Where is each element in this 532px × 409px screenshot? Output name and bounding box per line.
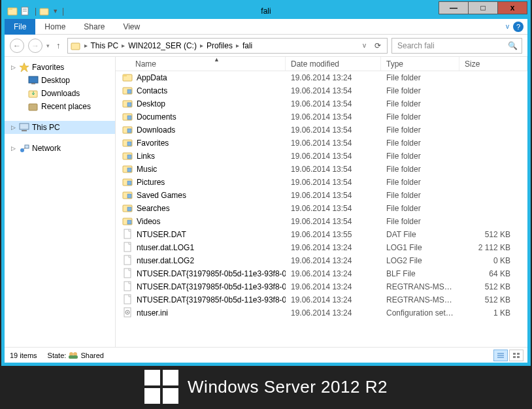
svg-rect-41: [124, 229, 131, 238]
chevron-right-icon[interactable]: ▸: [84, 42, 88, 49]
table-row[interactable]: Pictures19.06.2014 13:54File folder: [116, 176, 527, 189]
view-details-button[interactable]: [493, 350, 508, 361]
qat-dropdown-icon[interactable]: ▼: [52, 8, 58, 14]
svg-rect-59: [513, 356, 516, 358]
table-row[interactable]: Links19.06.2014 13:54File folder: [116, 150, 527, 163]
svg-rect-5: [40, 8, 48, 15]
nav-this-pc[interactable]: ▷ This PC: [5, 121, 115, 134]
nav-item-label: This PC: [32, 123, 60, 132]
col-date[interactable]: Date modified: [286, 57, 381, 71]
table-row[interactable]: Downloads19.06.2014 13:54File folder: [116, 123, 527, 137]
breadcrumb-1[interactable]: WIN2012_SER (C:): [127, 41, 198, 50]
search-box[interactable]: 🔍: [391, 38, 522, 54]
properties-icon[interactable]: [20, 6, 31, 16]
svg-rect-42: [124, 242, 131, 252]
file-list[interactable]: ▲ Name Date modified Type Size AppData19…: [116, 57, 527, 347]
new-folder-icon[interactable]: [39, 6, 50, 16]
back-button[interactable]: ←: [10, 39, 24, 53]
file-tab[interactable]: File: [5, 19, 35, 35]
tab-share[interactable]: Share: [75, 20, 114, 34]
forward-button[interactable]: →: [28, 39, 42, 53]
file-name: Videos: [137, 217, 160, 226]
breadcrumb-root-icon[interactable]: [69, 41, 82, 51]
file-name: Pictures: [137, 178, 165, 187]
file-type: File folder: [381, 191, 459, 200]
refresh-button[interactable]: ⟳: [370, 38, 386, 54]
svg-rect-40: [127, 220, 131, 224]
table-row[interactable]: Contacts19.06.2014 13:54File folder: [116, 84, 527, 97]
file-date: 19.06.2014 13:54: [286, 191, 381, 200]
table-row[interactable]: Favorites19.06.2014 13:54File folder: [116, 137, 527, 150]
svg-rect-1: [8, 8, 12, 10]
chevron-right-icon[interactable]: ▸: [121, 42, 125, 49]
breadcrumb-3[interactable]: fali: [241, 41, 254, 50]
tab-home[interactable]: Home: [35, 20, 75, 34]
col-size[interactable]: Size: [459, 57, 527, 71]
table-row[interactable]: AppData19.06.2014 13:24File folder: [116, 71, 527, 84]
table-row[interactable]: NTUSER.DAT19.06.2014 13:55DAT File512 KB: [116, 228, 527, 241]
file-name: ntuser.dat.LOG1: [137, 243, 194, 252]
svg-rect-58: [517, 353, 520, 355]
nav-network[interactable]: ▷ Network: [5, 142, 115, 155]
nav-desktop[interactable]: Desktop: [5, 74, 115, 87]
address-dropdown-icon[interactable]: v: [362, 42, 369, 49]
table-row[interactable]: NTUSER.DAT{3197985f-0b5d-11e3-93f8-0...1…: [116, 267, 527, 280]
nav-item-label: Recent places: [41, 102, 91, 111]
table-row[interactable]: Desktop19.06.2014 13:54File folder: [116, 97, 527, 110]
state-label: State:: [48, 352, 67, 359]
tab-view[interactable]: View: [114, 20, 149, 34]
svg-rect-30: [127, 155, 131, 159]
file-type: Configuration sett...: [381, 308, 459, 318]
table-row[interactable]: NTUSER.DAT{3197985f-0b5d-11e3-93f8-0...1…: [116, 280, 527, 293]
table-row[interactable]: ntuser.dat.LOG119.06.2014 13:24LOG1 File…: [116, 241, 527, 254]
col-name[interactable]: Name: [116, 57, 286, 71]
expand-icon[interactable]: ▷: [10, 124, 16, 131]
maximize-button[interactable]: □: [468, 1, 498, 14]
chevron-right-icon[interactable]: ▸: [199, 42, 204, 49]
breadcrumb-0[interactable]: This PC: [90, 41, 120, 50]
view-icons-button[interactable]: [509, 350, 524, 361]
up-button[interactable]: ↑: [54, 41, 63, 50]
os-branding: Windows Server 2012 R2: [0, 370, 532, 404]
table-row[interactable]: Videos19.06.2014 13:54File folder: [116, 215, 527, 228]
folder-icon: [122, 72, 133, 84]
title-bar[interactable]: | ▼ | fali — □ x: [5, 3, 527, 19]
table-row[interactable]: Documents19.06.2014 13:54File folder: [116, 110, 527, 123]
chevron-right-icon[interactable]: ▸: [235, 42, 240, 49]
file-type: File folder: [381, 86, 459, 95]
expand-icon[interactable]: ▷: [10, 64, 16, 71]
file-size: 2 112 KB: [459, 243, 527, 252]
file-type: REGTRANS-MS File: [381, 295, 459, 304]
svg-point-49: [127, 312, 128, 313]
table-row[interactable]: Music19.06.2014 13:54File folder: [116, 163, 527, 176]
table-row[interactable]: ntuser.dat.LOG219.06.2014 13:24LOG2 File…: [116, 254, 527, 267]
search-input[interactable]: [396, 41, 508, 51]
file-date: 19.06.2014 13:24: [286, 308, 381, 318]
navigation-pane[interactable]: ▷ Favorites Desktop Downloads Recent pla…: [5, 57, 116, 347]
minimize-button[interactable]: —: [439, 1, 469, 14]
search-icon[interactable]: 🔍: [508, 41, 518, 50]
nav-downloads[interactable]: Downloads: [5, 87, 115, 100]
app-icon[interactable]: [7, 6, 18, 16]
table-row[interactable]: Searches19.06.2014 13:54File folder: [116, 202, 527, 215]
close-button[interactable]: x: [497, 1, 527, 14]
expand-icon[interactable]: ▷: [10, 145, 16, 152]
state: State: Shared: [48, 352, 104, 359]
ini-icon: [122, 307, 133, 319]
table-row[interactable]: ntuser.ini19.06.2014 13:24Configuration …: [116, 306, 527, 319]
help-icon[interactable]: ?: [513, 22, 524, 32]
special-icon: [122, 85, 133, 97]
table-row[interactable]: Saved Games19.06.2014 13:54File folder: [116, 189, 527, 202]
table-row[interactable]: NTUSER.DAT{3197985f-0b5d-11e3-93f8-0...1…: [116, 293, 527, 306]
column-headers[interactable]: ▲ Name Date modified Type Size: [116, 57, 527, 71]
recent-locations-icon[interactable]: ▾: [46, 42, 50, 49]
address-bar[interactable]: ▸ This PC ▸ WIN2012_SER (C:) ▸ Profiles …: [67, 38, 388, 54]
nav-favorites[interactable]: ▷ Favorites: [5, 61, 115, 74]
breadcrumb-2[interactable]: Profiles: [205, 41, 234, 50]
nav-recent[interactable]: Recent places: [5, 100, 115, 113]
ribbon-expand-icon[interactable]: v: [506, 23, 509, 30]
nav-item-label: Network: [32, 144, 61, 153]
file-name: Downloads: [137, 125, 175, 135]
file-date: 19.06.2014 13:54: [286, 178, 381, 187]
col-type[interactable]: Type: [381, 57, 459, 71]
